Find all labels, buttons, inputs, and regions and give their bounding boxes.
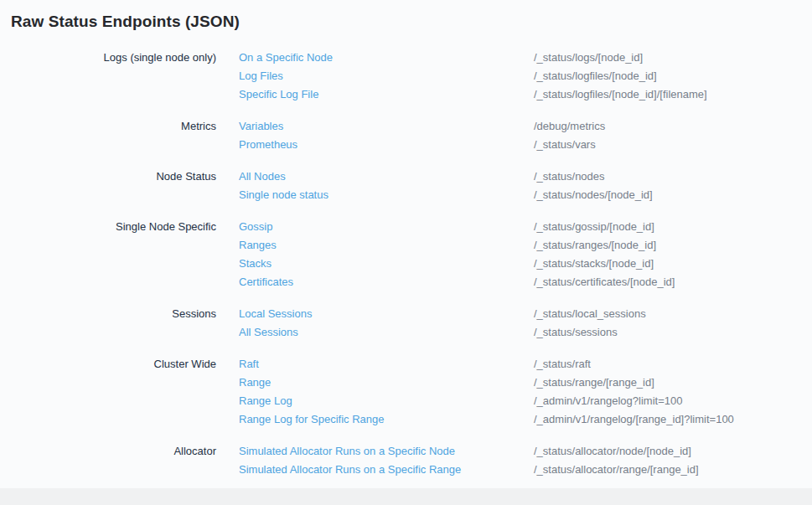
endpoint-group: Allocator Simulated Allocator Runs on a … [0,442,812,479]
endpoint-row: Variables /debug/metrics [239,117,812,136]
endpoint-link[interactable]: Single node status [239,186,534,204]
endpoint-row: Range Log for Specific Range /_admin/v1/… [239,410,812,429]
endpoint-row: Range /_status/range/[range_id] [239,374,812,392]
endpoint-row: Stacks /_status/stacks/[node_id] [239,255,812,273]
endpoint-groups: Logs (single node only) On a Specific No… [0,49,812,479]
endpoint-path: /_status/nodes/[node_id] [534,186,653,204]
endpoint-path: /_admin/v1/rangelog?limit=100 [534,392,682,410]
endpoint-path: /_status/certificates/[node_id] [534,273,675,291]
endpoint-path: /_status/raft [534,355,591,374]
endpoint-row: Certificates /_status/certificates/[node… [239,273,812,291]
endpoint-row: Gossip /_status/gossip/[node_id] [239,218,812,236]
endpoint-rows: Local Sessions /_status/local_sessions A… [239,305,812,342]
endpoint-row: Raft /_status/raft [239,355,812,374]
endpoint-rows: Gossip /_status/gossip/[node_id] Ranges … [239,218,812,291]
category-label: Allocator [0,442,216,461]
endpoint-link[interactable]: On a Specific Node [239,49,534,67]
endpoint-link[interactable]: Stacks [239,255,534,273]
endpoint-rows: Raft /_status/raft Range /_status/range/… [239,355,812,429]
endpoint-link[interactable]: All Nodes [239,167,534,186]
endpoint-link[interactable]: Log Files [239,67,534,85]
endpoint-row: Simulated Allocator Runs on a Specific N… [239,442,812,461]
endpoint-path: /_admin/v1/rangelog/[range_id]?limit=100 [534,410,734,429]
endpoint-group: Single Node Specific Gossip /_status/gos… [0,218,812,291]
endpoint-row: Prometheus /_status/vars [239,136,812,154]
endpoint-link[interactable]: Prometheus [239,136,534,154]
endpoint-link[interactable]: Range Log [239,392,534,410]
endpoint-group: Sessions Local Sessions /_status/local_s… [0,305,812,342]
endpoint-link[interactable]: Variables [239,117,534,136]
endpoint-link[interactable]: Range Log for Specific Range [239,410,534,429]
endpoint-group: Metrics Variables /debug/metrics Prometh… [0,117,812,154]
endpoint-link[interactable]: Simulated Allocator Runs on a Specific N… [239,442,534,461]
category-label: Logs (single node only) [0,49,216,67]
endpoint-link[interactable]: Specific Log File [239,85,534,104]
endpoint-group: Cluster Wide Raft /_status/raft Range /_… [0,355,812,429]
category-label: Sessions [0,305,216,323]
endpoint-link[interactable]: Simulated Allocator Runs on a Specific R… [239,461,534,479]
endpoint-path: /_status/logfiles/[node_id] [534,67,657,85]
endpoint-path: /_status/gossip/[node_id] [534,218,654,236]
endpoint-link[interactable]: Certificates [239,273,534,291]
endpoint-path: /_status/ranges/[node_id] [534,236,656,255]
endpoint-link[interactable]: Gossip [239,218,534,236]
endpoint-rows: Variables /debug/metrics Prometheus /_st… [239,117,812,154]
endpoint-link[interactable]: Local Sessions [239,305,534,323]
endpoint-path: /debug/metrics [534,117,605,136]
endpoint-path: /_status/vars [534,136,596,154]
endpoint-row: Ranges /_status/ranges/[node_id] [239,236,812,255]
endpoint-rows: Simulated Allocator Runs on a Specific N… [239,442,812,479]
category-label: Single Node Specific [0,218,216,236]
endpoint-path: /_status/nodes [534,167,605,186]
endpoint-group: Logs (single node only) On a Specific No… [0,49,812,104]
category-label: Cluster Wide [0,355,216,374]
endpoint-row: Local Sessions /_status/local_sessions [239,305,812,323]
endpoint-rows: On a Specific Node /_status/logs/[node_i… [239,49,812,104]
endpoint-path: /_status/range/[range_id] [534,374,654,392]
page-bottom-strip [0,488,812,505]
endpoint-path: /_status/local_sessions [534,305,646,323]
endpoint-row: Log Files /_status/logfiles/[node_id] [239,67,812,85]
endpoint-row: All Nodes /_status/nodes [239,167,812,186]
endpoint-row: Specific Log File /_status/logfiles/[nod… [239,85,812,104]
endpoint-rows: All Nodes /_status/nodes Single node sta… [239,167,812,204]
endpoint-path: /_status/logs/[node_id] [534,49,643,67]
endpoint-link[interactable]: Raft [239,355,534,374]
endpoint-path: /_status/allocator/node/[node_id] [534,442,691,461]
endpoint-row: On a Specific Node /_status/logs/[node_i… [239,49,812,67]
endpoint-path: /_status/logfiles/[node_id]/[filename] [534,85,707,104]
endpoint-row: All Sessions /_status/sessions [239,323,812,342]
endpoint-link[interactable]: All Sessions [239,323,534,342]
endpoint-link[interactable]: Range [239,374,534,392]
page-title: Raw Status Endpoints (JSON) [0,0,812,31]
endpoint-row: Simulated Allocator Runs on a Specific R… [239,461,812,479]
endpoint-row: Single node status /_status/nodes/[node_… [239,186,812,204]
raw-status-endpoints-page: Raw Status Endpoints (JSON) Logs (single… [0,0,812,488]
endpoint-group: Node Status All Nodes /_status/nodes Sin… [0,167,812,204]
endpoint-row: Range Log /_admin/v1/rangelog?limit=100 [239,392,812,410]
endpoint-path: /_status/sessions [534,323,618,342]
category-label: Metrics [0,117,216,136]
endpoint-link[interactable]: Ranges [239,236,534,255]
endpoint-path: /_status/allocator/range/[range_id] [534,461,699,479]
category-label: Node Status [0,167,216,186]
endpoint-path: /_status/stacks/[node_id] [534,255,654,273]
